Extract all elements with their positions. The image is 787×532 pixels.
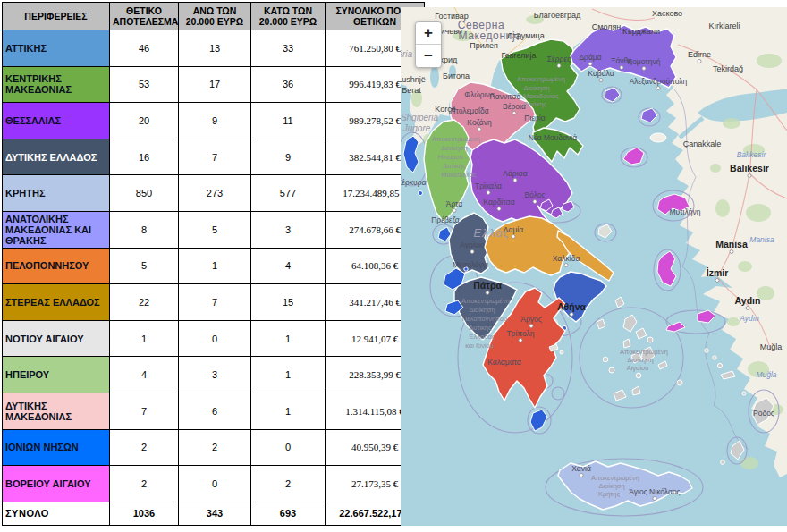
city-dot [588,63,592,66]
city-dot [519,339,522,342]
above20k-cell: 5 [179,211,251,248]
above20k-cell: 9 [179,103,251,139]
city-dot [478,128,481,131]
map-label: Πελοποννήσου, [462,315,509,323]
greece-map[interactable]: + − [401,7,787,526]
total-above20k: 343 [179,502,251,525]
city-dot [470,250,474,254]
map-label: Δυτικής [469,324,492,332]
map-label: Ρόδος [753,409,774,418]
map-label: Shqipëria [401,113,439,122]
table-row: ΚΕΝΤΡΙΚΗΣ ΜΑΚΕΔΟΝΙΑΣ 53 17 36 996.419,83… [3,66,425,103]
above20k-cell: 17 [179,66,251,103]
table-row: ΠΕΛΟΠΟΝΝΗΣΟΥ 5 1 4 64.108,36 € [3,248,425,284]
above20k-cell: 7 [179,284,251,321]
city-dot [557,64,561,68]
city-dot [512,235,515,239]
map-label: Άρτα [446,199,463,208]
below20k-cell: 36 [251,66,326,103]
above20k-cell: 6 [179,393,251,429]
city-dot [599,79,603,82]
below20k-cell: 15 [251,284,326,321]
map-label: Balıkesir [730,163,769,173]
page: ΠΕΡΙΦΕΡΕΙΕΣ ΘΕΤΙΚΟ ΑΠΟΤΕΛΕΣΜΑ ΑΝΩ ΤΩΝ 20… [0,0,787,532]
map-label: Τρίκαλα [475,182,502,190]
map-label: και Ιονίου [465,342,494,350]
below20k-cell: 9 [251,139,326,175]
map-label: Διοίκηση [441,144,467,152]
map-label: Струмица [507,31,544,40]
map-label: Τρίπολη [506,329,534,338]
col-header-below20k: ΚΑΤΩ ΤΩΝ 20.000 ΕΥΡΩ [251,3,326,30]
map-label: Σέρρες [547,55,571,63]
map-label: Καρδίτσα [483,198,514,207]
above20k-cell: 13 [179,30,251,67]
map-label: Битола [443,72,470,80]
city-dot [497,207,501,211]
col-header-positive: ΘΕΤΙΚΟ ΑΠΟΤΕΛΕΣΜΑ [110,3,179,30]
map-label: Φλώρινα [464,90,495,99]
city-dot [620,66,623,70]
city-dot [487,191,490,195]
map-label: Δράμα [579,53,601,62]
table-row: ΒΟΡΕΙΟΥ ΑΙΓΑΙΟΥ 2 0 2 27.173,35 € [3,466,425,502]
table-row: ΘΕΣΣΑΛΙΑΣ 20 9 11 989.278,52 € [3,103,425,139]
map-label: Balıkesir [737,150,767,159]
map-label: Manisa [749,235,774,244]
map-label: Κρήτης [598,490,621,498]
positive-cell: 2 [110,429,179,466]
map-label: Πρέβεζα [431,215,460,224]
map-label: Çanakkale [683,139,722,148]
total-label: ΣΥΝΟΛΟ [3,502,110,525]
map-label: Благоевград [534,11,581,20]
positive-cell: 5 [110,248,179,284]
region-name-cell: ΔΥΤΙΚΗΣ ΕΛΛΑΔΟΣ [3,139,110,175]
city-dot [653,497,656,501]
map-label: Μεσολόγγι [453,260,488,269]
city-dot [715,279,719,283]
table-row: ΙΟΝΙΩΝ ΝΗΣΩΝ 2 2 0 40.950,39 € [3,429,425,466]
city-dot [512,112,516,115]
table-row: ΣΤΕΡΕΑΣ ΕΛΛΑΔΟΣ 22 7 15 341.217,46 € [3,284,425,321]
map-label: Καβάλα [588,69,614,78]
above20k-cell: 2 [179,429,251,466]
city-dot [564,264,568,267]
table-row: ΔΥΤΙΚΗΣ ΕΛΛΑΔΟΣ 16 7 9 382.544,81 € [3,139,425,175]
map-canvas[interactable]: ГостиварКичевоСевернаМакедонијаПрилепСтр… [401,7,787,526]
city-dot [746,307,749,310]
map-label: İzmir [707,267,729,278]
map-label: Смолян [592,22,622,31]
positive-cell: 4 [110,357,179,393]
map-label: Αλεξανδρούπολη [630,77,688,86]
city-dot [656,87,660,90]
total-below20k: 693 [251,502,326,525]
map-label: Λαμία [504,225,523,234]
map-label: Кърджали [622,27,660,36]
map-label: Хасково [652,9,682,18]
zoom-out-button[interactable]: − [416,45,441,67]
below20k-cell: 0 [251,429,326,466]
map-label: Πτολεμαΐδα [450,106,488,115]
zoom-in-button[interactable]: + [416,22,441,45]
above20k-cell: 7 [179,139,251,175]
map-label: Ελλάδας [470,333,495,341]
col-header-regions: ΠΕΡΙΦΕΡΕΙΕΣ [3,3,110,30]
map-label: Θράκης [523,100,546,108]
col-header-above20k: ΑΝΩ ΤΩΝ 20.000 ΕΥΡΩ [179,3,251,30]
map-label: Αγρίνιο [460,241,485,249]
map-label: Lushnjë [401,75,426,84]
map-label: Aydın [739,314,759,323]
region-name-cell: ΣΤΕΡΕΑΣ ΕΛΛΑΔΟΣ [3,284,110,321]
map-label: Shqipëria [401,49,413,59]
table-row: ΑΝΑΤΟΛΙΚΗΣ ΜΑΚΕΔΟΝΙΑΣ ΚΑΙ ΘΡΑΚΗΣ 8 5 3 2… [3,211,425,248]
city-dot [748,174,751,178]
city-dot [580,474,583,477]
city-dot [642,67,646,71]
region-name-cell: ΚΕΝΤΡΙΚΗΣ ΜΑΚΕΔΟΝΙΑΣ [3,66,110,103]
above20k-cell: 0 [179,466,251,502]
map-label: Aydın [735,295,761,306]
map-label: Edirne [688,50,711,59]
below20k-cell: 577 [251,175,326,212]
map-label: Αιγαίου [627,364,649,372]
table-row: ΝΟΤΙΟΥ ΑΙΓΑΙΟΥ 1 0 1 12.941,07 € [3,320,425,357]
